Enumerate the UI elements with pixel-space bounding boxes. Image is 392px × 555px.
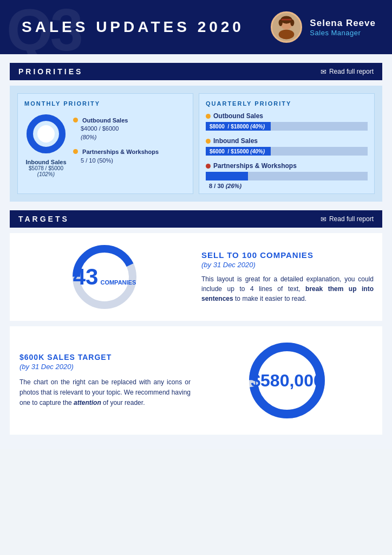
money-ring: $580,000 [244,337,330,424]
companies-value: 43 [73,264,99,290]
sales-target-date: (by 31 Dec 2020) [19,363,191,371]
quarterly-priority: QUARTERLY PRIORITY Outbound Sales $8000 … [199,93,375,194]
sales-target-description: The chart on the right can be replaced w… [19,377,191,409]
priorities-section: PRIORITIES ✉ Read full report MONTHLY PR… [10,63,382,202]
monthly-items: Outbound Sales $4000 / $6000(80%) Partne… [73,117,186,165]
priorities-container: MONTHLY PRIORITY Inbound Sales $5078 / $… [10,86,382,202]
money-amount: $580,000 [251,371,323,391]
q-bar-text: $8000 / $18000 (40%) [208,124,265,130]
targets-header: TARGETS ✉ Read full report [10,210,382,228]
companies-ring: 43 COMPANIES [69,242,140,312]
user-name: Selena Reeve [310,18,376,29]
q-bar-bg: $6000 / $15000 (40%) [206,147,368,156]
target1-right: SELL TO 100 COMPANIES (by 31 Dec 2020) T… [201,245,374,309]
svg-point-1 [279,29,295,39]
highlight: $6000 [208,148,226,155]
email-icon: ✉ [321,215,326,223]
target2-content: $600K SALES TARGET (by 31 Dec 2020) The … [10,326,382,435]
target1-content: 43 COMPANIES SELL TO 100 COMPANIES (by 3… [10,233,382,321]
user-role: Sales Manager [310,29,376,37]
quarterly-label: QUARTERLY PRIORITY [206,100,368,107]
target1-description: This layout is great for a detailed expl… [201,274,374,304]
q-bar-bg: $8000 / $18000 (40%) [206,122,368,131]
targets-read-report[interactable]: ✉ Read full report [321,215,374,223]
sales-target-title: $600K SALES TARGET [19,353,191,362]
targets-section: TARGETS ✉ Read full report [10,210,382,435]
monthly-donut-wrap: Inbound Sales $5078 / $5000 (102%) [24,112,68,177]
item-values: 5 / 10 (50%) [81,157,186,165]
attention-italic: attention [74,399,101,406]
target1-left: 43 COMPANIES [18,242,191,312]
page-header: Q3 SALES UPDATES 2020 Selena Reeve Sales… [0,0,392,54]
q-item-title: Outbound Sales [206,112,368,120]
priorities-header: PRIORITIES ✉ Read full report [10,63,382,80]
dot-icon [206,139,211,144]
monthly-label: MONTHLY PRIORITY [24,100,186,107]
quarterly-item-3: Partnerships & Workshops 8 / 30 (26%) [206,162,368,180]
q-item-title: Partnerships & Workshops [206,162,368,170]
priorities-report-label: Read full report [329,68,374,75]
q-bar-bg: 8 / 30 (26%) [206,172,368,180]
svg-point-4 [279,20,283,27]
user-info: Selena Reeve Sales Manager [271,11,376,43]
dot-icon [73,149,78,154]
monthly-priority: MONTHLY PRIORITY Inbound Sales $5078 / $… [17,93,193,194]
q-bar-text: $6000 / $15000 (40%) [208,149,265,154]
targets-title: TARGETS [18,215,69,223]
q-bar-text: 8 / 30 (26%) [206,183,368,189]
svg-rect-6 [282,19,291,21]
target2-left: $600K SALES TARGET (by 31 Dec 2020) The … [19,353,191,409]
companies-unit: COMPANIES [100,279,136,286]
item-title: Outbound Sales [82,117,128,124]
priorities-title: PRIORITIES [18,67,83,76]
monthly-center-label: Inbound Sales [25,159,66,165]
svg-point-9 [37,125,55,143]
highlight: $8000 [208,123,226,130]
quarterly-item-2: Inbound Sales $6000 / $15000 (40%) [206,137,368,156]
dot-icon [206,164,211,169]
target1-bold: break them up into sentences [201,285,374,302]
item-values: $4000 / $6000(80%) [81,125,186,141]
target1-title: SELL TO 100 COMPANIES [201,250,374,260]
monthly-content: Inbound Sales $5078 / $5000 (102%) Outbo… [24,112,186,177]
monthly-item-1: Outbound Sales $4000 / $6000(80%) [73,117,186,141]
q-bar-fill [206,172,248,180]
monthly-donut [24,112,68,156]
avatar [271,11,302,43]
quarterly-item-1: Outbound Sales $8000 / $18000 (40%) [206,112,368,131]
target2-right: $580,000 [201,337,373,424]
page-title: SALES UPDATES 2020 [22,18,244,36]
dot-icon [73,118,78,122]
monthly-center-value: $5078 / $5000 (102%) [29,165,63,177]
main-content: PRIORITIES ✉ Read full report MONTHLY PR… [0,54,392,449]
email-icon: ✉ [321,68,326,76]
companies-number: 43 COMPANIES [73,264,136,290]
user-details: Selena Reeve Sales Manager [310,18,376,37]
svg-point-5 [291,20,295,27]
monthly-item-2: Partnerships & Workshops 5 / 10 (50%) [73,148,186,165]
dot-icon [206,114,211,119]
q-item-title: Inbound Sales [206,137,368,145]
item-title: Partnerships & Workshops [82,149,159,155]
priorities-read-report[interactable]: ✉ Read full report [321,68,374,76]
target1-date: (by 31 Dec 2020) [201,261,374,269]
targets-report-label: Read full report [329,215,374,223]
